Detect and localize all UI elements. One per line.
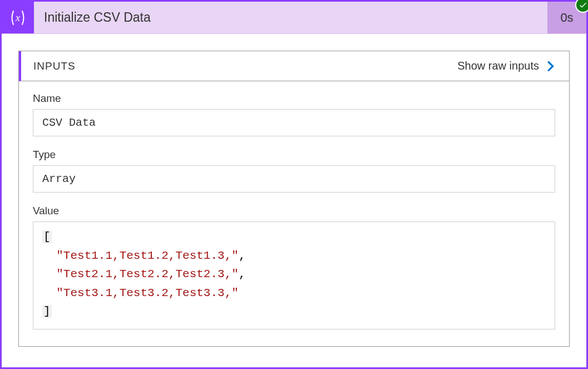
- show-raw-label: Show raw inputs: [457, 60, 539, 72]
- chevron-right-icon: [545, 60, 557, 72]
- action-card: x Initialize CSV Data 0s INPUTS Show raw…: [0, 0, 588, 369]
- action-header[interactable]: x Initialize CSV Data 0s: [2, 2, 586, 34]
- inputs-panel-body: Name CSV Data Type Array Value [ "Test1.…: [19, 81, 569, 346]
- show-raw-inputs-button[interactable]: Show raw inputs: [457, 60, 557, 72]
- value-content[interactable]: [ "Test1.1,Test1.2,Test1.3,", "Test2.1,T…: [33, 222, 555, 329]
- type-value[interactable]: Array: [33, 165, 555, 193]
- type-field: Type Array: [33, 149, 555, 193]
- value-label: Value: [33, 205, 555, 217]
- svg-text:x: x: [15, 12, 20, 23]
- inputs-panel: INPUTS Show raw inputs Name CSV Data Typ…: [18, 51, 570, 347]
- inputs-title: INPUTS: [33, 60, 76, 72]
- name-value[interactable]: CSV Data: [33, 109, 555, 136]
- action-title: Initialize CSV Data: [34, 2, 547, 33]
- inputs-panel-header: INPUTS Show raw inputs: [19, 51, 569, 81]
- value-field: Value [ "Test1.1,Test1.2,Test1.3,", "Tes…: [33, 205, 555, 329]
- variable-icon: x: [2, 2, 34, 33]
- action-content: INPUTS Show raw inputs Name CSV Data Typ…: [2, 34, 586, 363]
- check-icon: [579, 1, 587, 9]
- name-field: Name CSV Data: [33, 92, 555, 136]
- type-label: Type: [33, 149, 555, 161]
- name-label: Name: [33, 92, 555, 105]
